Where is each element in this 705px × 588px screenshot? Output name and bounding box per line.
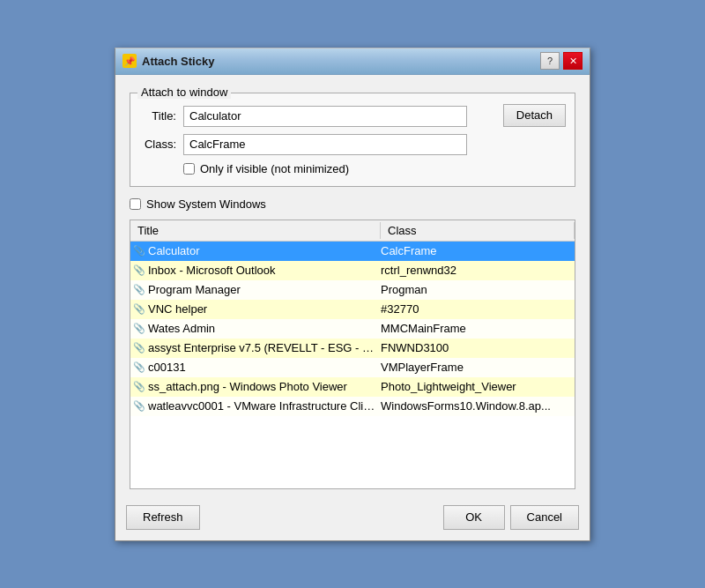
title-bar: 📌 Attach Sticky ? ✕	[115, 48, 590, 75]
table-row[interactable]: 📎Wates AdminMMCMainFrame	[130, 319, 575, 339]
row-title: Inbox - Microsoft Outlook	[148, 264, 381, 277]
ok-button[interactable]: OK	[443, 505, 505, 530]
row-class: MMCMainFrame	[381, 322, 575, 335]
row-class: CalcFrame	[381, 244, 575, 257]
row-icon: 📎	[130, 342, 148, 354]
class-field-row: Class:	[141, 134, 564, 155]
visible-checkbox-row: Only if visible (not minimized)	[183, 162, 564, 175]
list-body: 📎CalculatorCalcFrame📎Inbox - Microsoft O…	[130, 242, 575, 488]
row-title: watleavvc0001 - VMware Infrastructure Cl…	[148, 399, 381, 413]
list-header: Title Class	[130, 220, 575, 242]
attach-group-legend: Attach to window	[137, 86, 231, 99]
table-row[interactable]: 📎Program ManagerProgman	[130, 280, 575, 300]
detach-button[interactable]: Detach	[503, 104, 566, 127]
col-header-class: Class	[381, 222, 575, 239]
show-system-checkbox[interactable]	[130, 198, 141, 210]
visible-checkbox[interactable]	[183, 163, 195, 175]
show-system-row: Show System Windows	[130, 197, 575, 211]
row-class: Photo_Lightweight_Viewer	[381, 380, 575, 393]
class-label: Class:	[141, 138, 176, 151]
refresh-button[interactable]: Refresh	[126, 505, 200, 530]
row-title: c00131	[148, 361, 381, 374]
row-class: #32770	[381, 302, 575, 316]
title-label: Title:	[141, 109, 176, 123]
row-title: Calculator	[148, 244, 381, 257]
dialog-body: Attach to window Detach Title: Class: On…	[115, 75, 590, 498]
title-input[interactable]	[183, 106, 467, 127]
row-icon: 📎	[130, 284, 148, 295]
help-button[interactable]: ?	[540, 52, 560, 70]
table-row[interactable]: 📎VNC helper#32770	[130, 300, 575, 319]
row-class: FNWND3100	[381, 341, 575, 354]
row-title: ss_attach.png - Windows Photo Viewer	[148, 380, 381, 393]
attach-group: Attach to window Detach Title: Class: On…	[130, 93, 575, 187]
row-icon: 📎	[130, 381, 148, 392]
show-system-label: Show System Windows	[146, 197, 266, 211]
table-row[interactable]: 📎ss_attach.png - Windows Photo ViewerPho…	[130, 377, 575, 397]
close-button[interactable]: ✕	[563, 52, 583, 70]
table-row[interactable]: 📎watleavvc0001 - VMware Infrastructure C…	[130, 397, 575, 416]
attach-sticky-dialog: 📌 Attach Sticky ? ✕ Attach to window Det…	[115, 48, 590, 541]
dialog-title: Attach Sticky	[142, 55, 540, 68]
row-class: VMPlayerFrame	[381, 361, 575, 374]
dialog-footer: Refresh OK Cancel	[115, 498, 590, 540]
row-icon: 📎	[130, 245, 148, 257]
row-class: rctrl_renwnd32	[381, 264, 575, 277]
row-icon: 📎	[130, 323, 148, 334]
visible-checkbox-label: Only if visible (not minimized)	[200, 162, 349, 175]
row-title: Wates Admin	[148, 322, 381, 335]
row-class: WindowsForms10.Window.8.ap...	[381, 399, 575, 413]
col-header-title: Title	[130, 222, 381, 239]
dialog-icon: 📌	[122, 54, 137, 68]
title-field-row: Title:	[141, 106, 564, 127]
window-list-container: Title Class 📎CalculatorCalcFrame📎Inbox -…	[130, 220, 575, 489]
row-icon: 📎	[130, 303, 148, 315]
row-icon: 📎	[130, 361, 148, 373]
row-class: Progman	[381, 283, 575, 296]
cancel-button[interactable]: Cancel	[510, 505, 579, 530]
footer-right: OK Cancel	[443, 505, 579, 530]
title-bar-buttons: ? ✕	[540, 52, 583, 70]
table-row[interactable]: 📎assyst Enterprise v7.5 (REVELLT - ESG -…	[130, 339, 575, 358]
footer-left: Refresh	[126, 505, 443, 530]
table-row[interactable]: 📎CalculatorCalcFrame	[130, 242, 575, 261]
attach-group-wrapper: Attach to window Detach Title: Class: On…	[130, 86, 575, 187]
row-title: Program Manager	[148, 283, 381, 296]
class-input[interactable]	[183, 134, 467, 155]
row-title: assyst Enterprise v7.5 (REVELLT - ESG - …	[148, 341, 381, 354]
row-icon: 📎	[130, 400, 148, 412]
row-icon: 📎	[130, 264, 148, 276]
row-title: VNC helper	[148, 302, 381, 316]
table-row[interactable]: 📎c00131VMPlayerFrame	[130, 358, 575, 377]
table-row[interactable]: 📎Inbox - Microsoft Outlookrctrl_renwnd32	[130, 261, 575, 280]
